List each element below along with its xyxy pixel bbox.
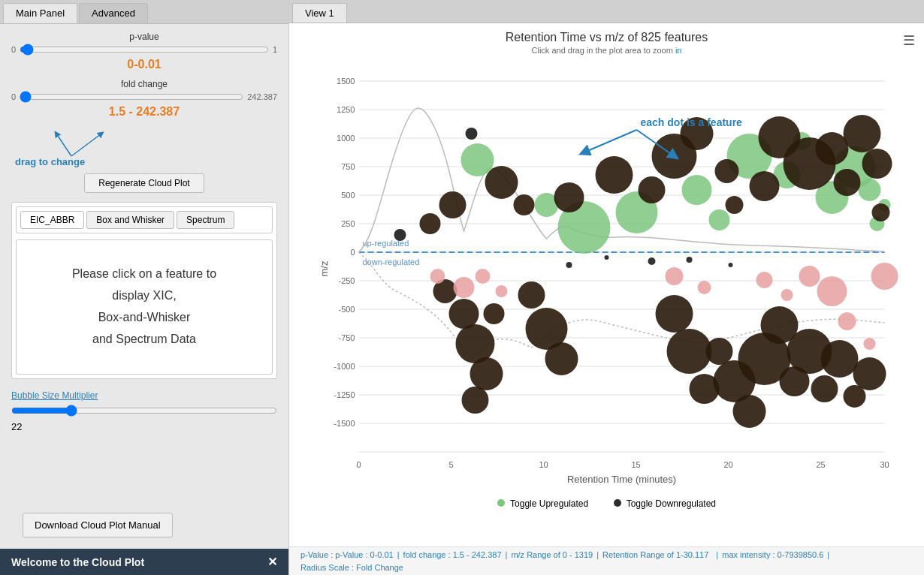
bubble[interactable] <box>817 276 847 306</box>
bubble[interactable] <box>709 209 730 230</box>
bubble[interactable] <box>729 263 733 267</box>
pvalue-label: p-value <box>11 32 277 42</box>
bubble[interactable] <box>470 357 503 390</box>
bubble[interactable] <box>476 269 491 284</box>
svg-line-1 <box>56 134 71 156</box>
status-foldchange: fold change : 1.5 - 242.387 <box>403 550 502 559</box>
bubble[interactable] <box>781 289 793 301</box>
chart-subtitle-link[interactable]: in <box>675 46 682 55</box>
foldchange-section: fold change 0 242.387 1.5 - 242.387 <box>11 79 277 119</box>
pvalue-slider-row: 0 1 <box>11 44 277 56</box>
toggle-downregulated[interactable]: Toggle Downregulated <box>614 498 717 509</box>
bubble[interactable] <box>834 169 861 196</box>
foldchange-label: fold change <box>11 79 277 89</box>
bubble[interactable] <box>394 229 406 241</box>
pvalue-slider[interactable] <box>20 44 269 56</box>
bubble[interactable] <box>666 267 684 285</box>
y-axis-labels: 1500 1250 1000 750 500 250 0 -250 -500 -… <box>334 77 355 428</box>
bubble[interactable] <box>456 324 495 363</box>
bubble[interactable] <box>596 156 633 194</box>
bubble[interactable] <box>461 143 494 176</box>
bubble[interactable] <box>864 338 876 350</box>
sub-tab-spectrum[interactable]: Spectrum <box>177 211 234 229</box>
callout-arrow1 <box>584 130 637 152</box>
chart-title: Retention Time vs m/z of 825 features <box>289 23 924 46</box>
bubble[interactable] <box>545 342 578 375</box>
bubble[interactable] <box>687 257 693 263</box>
tab-advanced[interactable]: Advanced <box>79 3 148 23</box>
bubble[interactable] <box>862 149 892 179</box>
bubble[interactable] <box>726 196 744 214</box>
bubble[interactable] <box>449 299 479 329</box>
bubble[interactable] <box>514 194 535 215</box>
status-bar: p-Value : p-Value : 0-0.01 | fold change… <box>289 546 924 575</box>
bubble[interactable] <box>484 303 505 324</box>
bubble[interactable] <box>485 166 518 199</box>
tab-main-panel[interactable]: Main Panel <box>3 3 77 23</box>
bubble[interactable] <box>648 257 656 265</box>
upregulated-dot <box>497 499 505 507</box>
bubble[interactable] <box>859 179 881 201</box>
status-mz-range: m/z Range of 0 - 1319 <box>511 550 593 559</box>
svg-text:1250: 1250 <box>337 105 355 114</box>
bubble[interactable] <box>554 182 584 212</box>
sub-tab-eic[interactable]: EIC_ABBR <box>20 211 84 229</box>
toggle-upregulated[interactable]: Toggle Upregulated <box>497 498 591 509</box>
status-max-intensity: max intensity : 0-7939850.6 <box>722 550 823 559</box>
bubble[interactable] <box>605 255 609 260</box>
bubble[interactable] <box>799 266 820 287</box>
pvalue-section: p-value 0 1 0-0.01 <box>11 32 277 71</box>
bubble[interactable] <box>811 375 838 402</box>
bubble[interactable] <box>667 329 712 374</box>
bubble[interactable] <box>454 277 475 298</box>
status-pvalue: p-Value : p-Value : 0-0.01 <box>300 550 394 559</box>
welcome-close-button[interactable]: ✕ <box>267 555 277 569</box>
bubble[interactable] <box>466 128 478 140</box>
chart-svg[interactable]: 1500 1250 1000 750 500 250 0 -250 -500 -… <box>289 59 924 494</box>
bubble[interactable] <box>872 203 890 221</box>
bubble[interactable] <box>639 176 666 203</box>
bubble[interactable] <box>439 191 467 218</box>
bubble[interactable] <box>733 395 766 428</box>
downregulated-dot <box>614 499 621 507</box>
tab-view1[interactable]: View 1 <box>292 3 347 23</box>
foldchange-slider[interactable] <box>20 91 243 103</box>
welcome-text: Welcome to the Cloud Plot <box>11 556 144 568</box>
bubble[interactable] <box>496 285 508 297</box>
svg-text:-750: -750 <box>338 333 355 342</box>
pvalue-value: 0-0.01 <box>11 58 277 71</box>
svg-text:-250: -250 <box>338 276 355 285</box>
bubble[interactable] <box>756 272 773 288</box>
bubble[interactable] <box>682 175 712 205</box>
bubble[interactable] <box>821 340 859 378</box>
hamburger-menu[interactable]: ☰ <box>903 32 915 49</box>
toggle-row: Toggle Upregulated Toggle Downregulated <box>289 494 924 513</box>
bubble[interactable] <box>844 115 881 152</box>
sub-tab-box-whisker[interactable]: Box and Whisker <box>86 211 174 229</box>
bubble[interactable] <box>420 213 441 234</box>
bubble[interactable] <box>853 357 886 390</box>
bubble[interactable] <box>838 312 856 330</box>
bubble[interactable] <box>462 387 489 414</box>
bubble[interactable] <box>750 171 780 201</box>
bubble[interactable] <box>816 132 849 165</box>
bubble[interactable] <box>698 281 711 294</box>
bubble[interactable] <box>566 262 572 268</box>
regen-button[interactable]: Regenerate Cloud Plot <box>84 173 204 193</box>
svg-text:15: 15 <box>631 460 640 469</box>
bubble[interactable] <box>518 281 545 309</box>
tab-bar: Main Panel Advanced <box>0 0 288 24</box>
feature-display: Please click on a feature to display XIC… <box>16 239 273 375</box>
foldchange-max: 242.387 <box>247 92 277 101</box>
chart-area[interactable]: Retention Time vs m/z of 825 features Cl… <box>289 23 924 546</box>
bubble-value: 22 <box>11 421 277 432</box>
bubble[interactable] <box>871 263 898 290</box>
svg-text:25: 25 <box>816 460 825 469</box>
bubble[interactable] <box>656 295 693 333</box>
bubble[interactable] <box>715 159 739 183</box>
bubble[interactable] <box>706 338 733 365</box>
bubble[interactable] <box>430 269 445 284</box>
x-axis-labels: 0 5 10 15 20 25 30 <box>356 460 889 469</box>
bubble-size-slider[interactable] <box>11 405 277 417</box>
download-button[interactable]: Download Cloud Plot Manual <box>23 513 173 537</box>
